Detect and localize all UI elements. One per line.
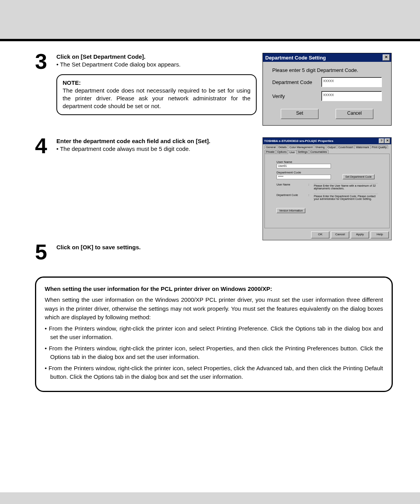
close-icon[interactable]: ✕ [383, 54, 390, 61]
dlg2-title-text: TOSHIBA e-STUDIO810 srs-PCL6(IC Properti… [264, 139, 333, 143]
tab-general[interactable]: General [264, 145, 277, 149]
tab-options[interactable]: Options [276, 150, 288, 154]
set-button[interactable]: Set [281, 109, 318, 119]
help-button[interactable]: Help [371, 231, 389, 238]
user-tab-panel: User Name User01 Department Code ***** S… [264, 154, 390, 228]
desc-dept-label: Department Code [276, 194, 304, 200]
step-number-5: 5 [35, 243, 51, 261]
deptcode-label: Department Code [276, 171, 378, 174]
username-label: User Name [276, 160, 378, 164]
step-number-3: 3 [35, 53, 51, 115]
dept-code-input[interactable]: xxxxx [321, 77, 382, 87]
username-input[interactable]: User01 [276, 164, 331, 168]
deptcode-input[interactable]: ***** [276, 175, 331, 179]
info-item-2: From the Printers window, right-click th… [45, 344, 383, 362]
verify-input[interactable]: xxxxx [321, 91, 382, 101]
tab-private[interactable]: Private [264, 150, 276, 154]
tab-settings[interactable]: Settings [296, 150, 309, 154]
dept-code-label: Department Code [272, 79, 315, 85]
tab-output[interactable]: Output [326, 145, 337, 149]
step-3-bullet: The Set Department Code dialog box appea… [56, 61, 257, 68]
step-5-title: Click on [OK] to save settings. [56, 243, 257, 251]
help-icon[interactable]: ? [379, 138, 384, 144]
step-3-row: 3 Click on [Set Department Code]. The Se… [35, 53, 393, 126]
tab-user[interactable]: User [288, 150, 297, 154]
step-3-title: Click on [Set Department Code]. [56, 53, 257, 61]
cancel-button[interactable]: Cancel [331, 231, 349, 238]
info-item-3: From the Printers window, right-click th… [45, 364, 383, 382]
tab-watermark[interactable]: Watermark [354, 145, 371, 149]
tab-coverinsert[interactable]: Cover/Insert [337, 145, 355, 149]
tab-row-2: Private Options User Settings Consumable… [264, 150, 390, 154]
info-box-title: When setting the user information for th… [45, 285, 383, 294]
info-item-1: From the Printers window, right-click th… [45, 324, 383, 342]
step-4-title: Enter the department code each field and… [56, 137, 257, 145]
tab-row-1: General Details Color Management Sharing… [264, 145, 390, 149]
tab-consumables[interactable]: Consumables [309, 150, 329, 154]
ok-button[interactable]: OK [311, 231, 329, 238]
manual-page: Installing User Software on a Windows Co… [0, 41, 420, 492]
desc-dept-text: Please Enter the Department Code. Please… [314, 194, 378, 200]
dept-code-dialog: Department Code Setting ✕ Please enter 5… [262, 53, 392, 126]
cancel-button[interactable]: Cancel [336, 109, 373, 119]
desc-username-text: Please Enter the User Name with a maximu… [314, 183, 378, 190]
dlg1-prompt: Please enter 5 digit Department Code. [272, 67, 382, 73]
tab-printquality[interactable]: Print Quality [370, 145, 388, 149]
step-number-4: 4 [35, 137, 51, 155]
tab-colormgmt[interactable]: Color Management [288, 145, 314, 149]
step-4-bullet: The department code always must be 5 dig… [56, 145, 257, 153]
info-box-para: When setting the user information on the… [45, 296, 383, 322]
note-label: NOTE: [63, 79, 250, 87]
info-box: When setting the user information for th… [35, 276, 393, 392]
desc-username-label: User Name [276, 183, 304, 190]
dlg1-title-text: Department Code Setting [265, 55, 326, 61]
note-box: NOTE: The department code does not neces… [56, 74, 257, 115]
verify-label: Verify [272, 93, 315, 99]
step-4-row: 4 Enter the department code each field a… [35, 137, 393, 240]
step-5-row: 5 Click on [OK] to save settings. [35, 243, 393, 261]
printer-properties-dialog: TOSHIBA e-STUDIO810 srs-PCL6(IC Properti… [262, 137, 392, 240]
tab-details[interactable]: Details [277, 145, 288, 149]
tab-sharing[interactable]: Sharing [314, 145, 326, 149]
close-icon[interactable]: ✕ [385, 138, 390, 144]
apply-button[interactable]: Apply [351, 231, 369, 238]
version-info-button[interactable]: Version Information [276, 208, 305, 213]
set-dept-code-button[interactable]: Set Department Code [343, 174, 374, 179]
note-text: The department code does not necessarily… [63, 87, 250, 110]
